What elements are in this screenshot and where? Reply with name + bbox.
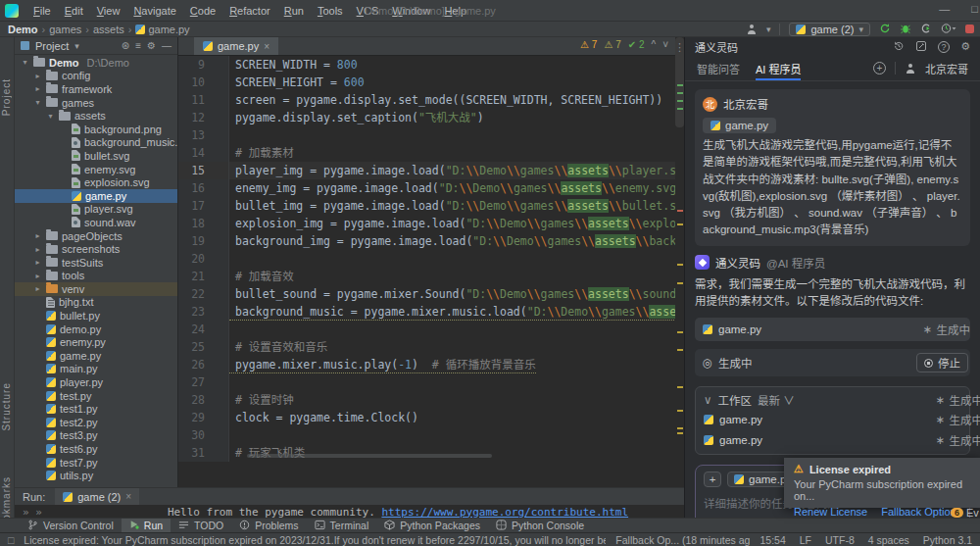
tree-item-demo.py[interactable]: demo.py (15, 323, 177, 336)
renew-license-link[interactable]: Renew License (794, 506, 867, 518)
tree-item-framework[interactable]: ▸framework (15, 82, 177, 96)
tree-item-pageObjects[interactable]: ▸pageObjects (15, 229, 177, 243)
run-tab-game2[interactable]: game (2) × (55, 488, 139, 505)
menu-file[interactable]: File (26, 5, 58, 17)
code-line-29[interactable]: 29clock = pygame.time.Clock() (178, 409, 684, 426)
add-context-button[interactable]: + (704, 472, 721, 487)
stop-button[interactable] (965, 25, 974, 33)
code-line-10[interactable]: 10SCREEN_HEIGHT = 600 (178, 74, 684, 91)
breadcrumb-item-games[interactable]: games (49, 24, 81, 35)
collapse-all-icon[interactable]: ≡ (135, 40, 141, 51)
account-icon[interactable] (746, 24, 758, 35)
pygame-link[interactable]: https://www.pygame.org/contribute.html (381, 506, 628, 519)
project-view-selector[interactable]: Project (35, 40, 69, 52)
interpreter-indicator[interactable]: Python 3.1 (923, 534, 972, 546)
menu-refactor[interactable]: Refactor (222, 5, 277, 17)
code-line-23[interactable]: 23background_music = pygame.mixer.music.… (178, 303, 684, 321)
stripe-mark[interactable] (677, 427, 683, 429)
close-run-tab-icon[interactable]: × (125, 491, 131, 502)
console-toolbar-icons[interactable]: » » (23, 506, 42, 519)
help-icon[interactable]: ? (938, 41, 950, 53)
stripe-mark[interactable] (677, 223, 683, 225)
toolwindow-todo[interactable]: TODO (171, 519, 231, 532)
stop-generation-button[interactable]: 停止 (916, 353, 968, 372)
tree-collapse-icon[interactable]: ▾ (46, 112, 55, 121)
indent-indicator[interactable]: 4 spaces (868, 534, 909, 546)
code-line-11[interactable]: 11screen = pygame.display.set_mode((SCRE… (178, 91, 684, 109)
locate-file-icon[interactable]: ⊛ (122, 40, 129, 51)
menu-run[interactable]: Run (277, 5, 311, 17)
tree-item-utils.py[interactable]: utils.py (15, 469, 177, 482)
tree-item-test1.py[interactable]: test1.py (15, 402, 177, 416)
tree-item-venv[interactable]: ▸venv (15, 282, 177, 296)
project-view-dropdown-icon[interactable]: ▾ (74, 41, 79, 51)
toolwindow-problems[interactable]: Problems (231, 519, 306, 532)
tree-item-enemy.py[interactable]: enemy.py (15, 335, 177, 349)
tree-item-enemy.svg[interactable]: enemy.svg (15, 163, 177, 176)
stripe-project-button[interactable]: Project (1, 78, 12, 116)
run-button[interactable] (879, 23, 891, 36)
horizontal-scrollbar[interactable] (247, 454, 492, 458)
code-line-18[interactable]: 18explosion_img = pygame.image.load("D:\… (178, 215, 684, 232)
tree-collapse-icon[interactable]: ▾ (33, 98, 42, 107)
code-line-20[interactable]: 20 (178, 250, 684, 268)
splitter-handle[interactable]: ⋮ (674, 41, 685, 54)
stripe-structure-button[interactable]: Structure (1, 382, 12, 431)
stripe-mark[interactable] (677, 331, 683, 333)
tree-item-test3.py[interactable]: test3.py (15, 429, 177, 443)
tree-item-test2.py[interactable]: test2.py (15, 416, 177, 429)
restore-button[interactable]: □ (971, 3, 978, 15)
code-line-16[interactable]: 16enemy_img = pygame.image.load("D:\\Dem… (178, 179, 684, 197)
tree-item-bullet.svg[interactable]: bullet.svg (15, 149, 177, 163)
profiler-button[interactable] (941, 23, 956, 36)
workspace-header[interactable]: ∨ 工作区 最新 ∨ ∗生成中 (704, 392, 961, 408)
debug-button[interactable] (900, 23, 911, 36)
code-line-17[interactable]: 17bullet_img = pygame.image.load("D:\\De… (178, 197, 684, 215)
tab-smart-qa[interactable]: 智能问答 (697, 56, 740, 80)
code-line-27[interactable]: 27 (178, 373, 684, 391)
menu-edit[interactable]: Edit (58, 5, 90, 17)
inspections-widget[interactable]: ⚠ 7 ⚠ 7 ✔ 2 ^ ˅ (580, 39, 668, 50)
tree-expand-icon[interactable]: ▸ (33, 284, 42, 293)
fallback-options-link[interactable]: Fallback Options (881, 506, 961, 518)
stripe-mark[interactable] (677, 282, 683, 284)
error-stripe[interactable] (675, 37, 684, 487)
account-icon[interactable] (905, 63, 916, 74)
tree-item-bullet.py[interactable]: bullet.py (15, 309, 177, 323)
toolwindow-python-packages[interactable]: Python Packages (376, 519, 488, 532)
tree-item-game.py[interactable]: game.py (15, 189, 177, 203)
tab-ai-programmer[interactable]: AI 程序员 (756, 56, 801, 80)
editor-tab-game-py[interactable]: game.py × (194, 37, 278, 55)
events-indicator[interactable]: 6 Ev (951, 507, 980, 519)
toolwindow-version-control[interactable]: Version Control (20, 519, 122, 532)
tree-item-background.png[interactable]: background.png (15, 123, 177, 136)
breadcrumb-item-game.py[interactable]: game.py (148, 24, 189, 35)
tree-item-player.py[interactable]: player.py (15, 375, 177, 389)
menu-navigate[interactable]: Navigate (126, 5, 182, 17)
tree-expand-icon[interactable]: ▸ (33, 231, 42, 240)
tree-item-explosion.svg[interactable]: explosion.svg (15, 175, 177, 189)
generated-file-row[interactable]: game.py ∗生成中 (695, 318, 970, 341)
stripe-mark[interactable] (677, 210, 683, 212)
code-line-31[interactable]: 31# 玩家飞机类 (178, 444, 684, 462)
next-problem-icon[interactable]: ˅ (662, 39, 668, 50)
tree-item-tools[interactable]: ▸tools (15, 270, 177, 283)
tree-expand-icon[interactable]: ▸ (33, 84, 42, 93)
tree-item-assets[interactable]: ▾assets (15, 109, 177, 123)
minimize-button[interactable]: — (939, 3, 950, 15)
account-dropdown-icon[interactable]: ▾ (766, 25, 771, 34)
code-line-22[interactable]: 22bullet_sound = pygame.mixer.Sound("D:\… (178, 285, 684, 303)
code-editor[interactable]: 9SCREEN_WIDTH = 80010SCREEN_HEIGHT = 600… (178, 56, 684, 487)
line-separator-indicator[interactable]: LF (800, 534, 811, 546)
menu-code[interactable]: Code (183, 5, 222, 17)
tree-item-screenshots[interactable]: ▸screenshots (15, 242, 177, 256)
tree-collapse-icon[interactable]: ▾ (21, 58, 29, 67)
tree-item-config[interactable]: ▸config (15, 70, 177, 83)
tree-expand-icon[interactable]: ▸ (33, 272, 42, 280)
stripe-mark[interactable] (677, 432, 683, 434)
toolwindow-terminal[interactable]: Terminal (307, 519, 377, 532)
toolwindow-python-console[interactable]: Python Console (488, 519, 592, 532)
tree-expand-icon[interactable]: ▸ (33, 72, 42, 80)
new-session-icon[interactable]: + (873, 62, 886, 74)
close-tab-icon[interactable]: × (264, 41, 270, 52)
